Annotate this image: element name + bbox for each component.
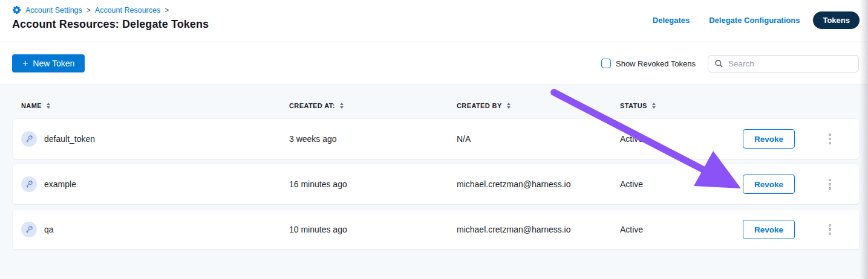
tab-tokens-active[interactable]: Tokens [813, 11, 860, 29]
sort-icon[interactable] [507, 103, 511, 109]
row-options-menu-icon[interactable] [825, 175, 835, 194]
token-key-icon [21, 222, 37, 237]
toolbar: + New Token Show Revoked Tokens [0, 42, 868, 85]
column-header-label: CREATED BY [457, 102, 502, 109]
table-row-default-token[interactable]: default_token 3 weeks ago N/A Active Rev… [13, 119, 859, 159]
search-icon [714, 59, 723, 68]
table-row-qa[interactable]: qa 10 minutes ago michael.cretzman@harne… [13, 210, 859, 249]
token-name: qa [44, 225, 54, 234]
row-options-menu-icon[interactable] [825, 130, 835, 149]
breadcrumb-link-account-settings[interactable]: Account Settings [25, 6, 82, 14]
token-name: example [44, 179, 76, 189]
token-name: default_token [44, 134, 95, 144]
token-created-by: N/A [457, 134, 620, 144]
token-created-by: michael.cretzman@harness.io [457, 179, 620, 189]
search-input[interactable] [728, 59, 852, 68]
sort-icon[interactable] [47, 103, 50, 109]
column-header-name[interactable]: NAME [13, 102, 289, 109]
column-header-status[interactable]: STATUS [620, 102, 737, 109]
token-created-at: 16 minutes ago [289, 179, 457, 189]
breadcrumb-link-account-resources[interactable]: Account Resources [95, 6, 160, 14]
token-status: Active [620, 179, 737, 189]
new-token-button-label: New Token [33, 59, 74, 68]
column-header-label: STATUS [620, 102, 647, 109]
new-token-button[interactable]: + New Token [12, 54, 85, 72]
show-revoked-label: Show Revoked Tokens [616, 59, 696, 68]
column-header-created-at[interactable]: CREATED AT: [289, 102, 457, 109]
revoke-button[interactable]: Revoke [743, 129, 795, 149]
breadcrumb-separator: > [86, 6, 91, 14]
tab-delegates[interactable]: Delegates [653, 16, 690, 25]
token-status: Active [620, 134, 737, 144]
tokens-table: NAME CREATED AT: CREATED BY STATUS defa [0, 85, 868, 278]
page-header: Account Settings > Account Resources > A… [0, 0, 868, 42]
token-created-by: michael.cretzman@harness.io [457, 225, 620, 234]
settings-gear-icon [12, 5, 21, 14]
table-header-row: NAME CREATED AT: CREATED BY STATUS [13, 102, 859, 109]
column-header-label: NAME [21, 102, 42, 109]
show-revoked-tokens-toggle[interactable]: Show Revoked Tokens [601, 59, 696, 68]
revoke-button[interactable]: Revoke [743, 220, 795, 239]
sort-icon[interactable] [340, 103, 344, 109]
token-created-at: 10 minutes ago [289, 225, 457, 234]
column-header-label: CREATED AT: [289, 102, 335, 109]
table-row-example[interactable]: example 16 minutes ago michael.cretzman@… [13, 164, 859, 204]
tab-delegate-configurations[interactable]: Delegate Configurations [709, 16, 800, 25]
revoke-button[interactable]: Revoke [743, 175, 795, 194]
column-header-created-by[interactable]: CREATED BY [457, 102, 620, 109]
token-status: Active [620, 225, 737, 234]
token-created-at: 3 weeks ago [289, 134, 457, 144]
plus-icon: + [22, 59, 28, 68]
search-box[interactable] [708, 55, 859, 72]
token-key-icon [21, 131, 37, 147]
token-key-icon [21, 176, 37, 192]
sort-icon[interactable] [652, 103, 656, 109]
breadcrumb-separator: > [165, 6, 169, 14]
row-options-menu-icon[interactable] [825, 220, 835, 239]
tab-bar: Delegates Delegate Configurations Tokens [653, 11, 860, 29]
show-revoked-checkbox[interactable] [601, 59, 611, 68]
